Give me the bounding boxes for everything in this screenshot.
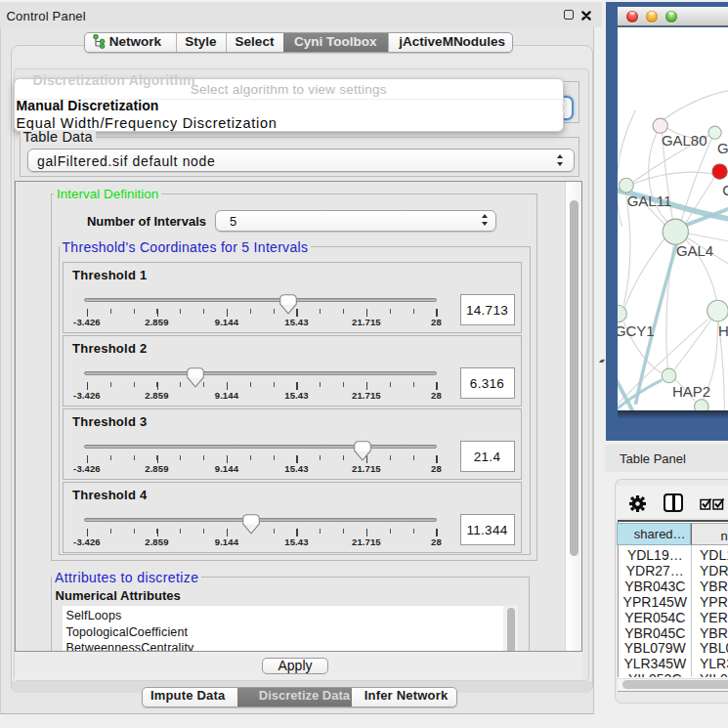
svg-text:GAL11: GAL11 [626, 193, 671, 209]
svg-text:GAL80: GAL80 [661, 132, 707, 149]
svg-text:H: H [717, 322, 727, 339]
svg-text:GAL4: GAL4 [675, 242, 712, 259]
svg-text:GCY1: GCY1 [618, 322, 655, 339]
svg-text:C: C [722, 182, 728, 198]
svg-text:HAP2: HAP2 [671, 383, 709, 400]
svg-text:GA: GA [716, 140, 727, 156]
